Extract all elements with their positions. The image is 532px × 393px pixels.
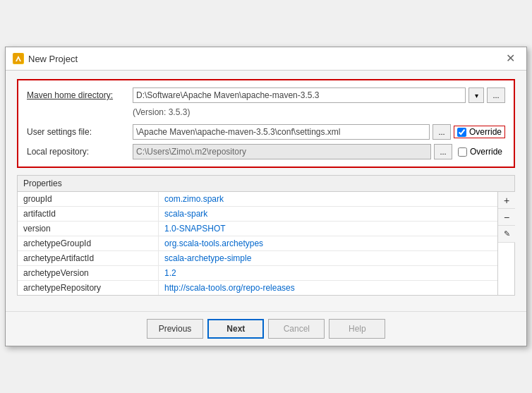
- prop-value: org.scala-tools.archetypes: [159, 236, 497, 250]
- prop-key: archetypeRepository: [18, 281, 159, 295]
- user-settings-override[interactable]: Override: [454, 126, 505, 138]
- user-settings-label: User settings file:: [27, 127, 133, 137]
- prop-key: archetypeVersion: [18, 266, 159, 280]
- table-row[interactable]: groupId com.zimo.spark: [18, 192, 497, 207]
- remove-property-btn[interactable]: −: [498, 209, 515, 226]
- svg-rect-0: [13, 54, 23, 64]
- prop-key: groupId: [18, 192, 159, 206]
- next-button[interactable]: Next: [207, 319, 264, 339]
- prop-value: http://scala-tools.org/repo-releases: [159, 281, 497, 295]
- new-project-dialog: New Project ✕ Maven home directory: ▾ ..…: [5, 47, 527, 346]
- properties-body: groupId com.zimo.spark artifactId scala-…: [18, 192, 514, 295]
- title-bar: New Project ✕: [6, 47, 526, 71]
- close-button[interactable]: ✕: [502, 52, 519, 66]
- properties-actions: + − ✎: [497, 192, 514, 295]
- dialog-content: Maven home directory: ▾ ... (Version: 3.…: [6, 71, 526, 311]
- dialog-title: New Project: [28, 54, 78, 64]
- prop-key: archetypeGroupId: [18, 236, 159, 250]
- local-repo-label: Local repository:: [27, 147, 133, 157]
- maven-home-label: Maven home directory:: [27, 90, 133, 100]
- local-repo-override-checkbox[interactable]: [458, 147, 467, 157]
- user-settings-input[interactable]: [133, 124, 430, 140]
- add-property-btn[interactable]: +: [498, 192, 515, 209]
- properties-section: Properties groupId com.zimo.spark artifa…: [17, 175, 515, 296]
- table-row[interactable]: archetypeRepository http://scala-tools.o…: [18, 281, 497, 295]
- table-row[interactable]: artifactId scala-spark: [18, 207, 497, 222]
- local-repo-input[interactable]: [133, 144, 431, 159]
- maven-config-section: Maven home directory: ▾ ... (Version: 3.…: [17, 79, 515, 168]
- table-row[interactable]: archetypeGroupId org.scala-tools.archety…: [18, 236, 497, 251]
- dialog-icon: [13, 53, 24, 64]
- maven-version-row: (Version: 3.5.3): [27, 107, 505, 120]
- cancel-button[interactable]: Cancel: [268, 319, 325, 339]
- prop-value: 1.0-SNAPSHOT: [159, 222, 497, 236]
- table-row[interactable]: version 1.0-SNAPSHOT: [18, 222, 497, 236]
- user-settings-row: User settings file: ... Override: [27, 124, 505, 140]
- properties-header: Properties: [18, 176, 514, 192]
- prop-value: 1.2: [159, 266, 497, 280]
- help-button[interactable]: Help: [329, 319, 385, 339]
- user-settings-override-checkbox[interactable]: [457, 128, 466, 137]
- previous-button[interactable]: Previous: [147, 319, 204, 339]
- local-repo-override-label: Override: [470, 147, 502, 157]
- local-repo-browse-btn[interactable]: ...: [434, 144, 452, 159]
- maven-home-dropdown[interactable]: ▾: [468, 87, 484, 103]
- user-settings-input-group: ... Override: [133, 124, 505, 140]
- maven-version-text: (Version: 3.5.3): [133, 107, 190, 117]
- local-repo-input-group: ... Override: [133, 144, 505, 159]
- dialog-footer: Previous Next Cancel Help: [6, 311, 526, 346]
- local-repo-row: Local repository: ... Override: [27, 144, 505, 159]
- prop-key: artifactId: [18, 207, 159, 221]
- maven-home-browse-btn[interactable]: ...: [487, 87, 505, 103]
- properties-table: groupId com.zimo.spark artifactId scala-…: [18, 192, 497, 295]
- prop-value: scala-archetype-simple: [159, 251, 497, 265]
- user-settings-override-label: Override: [469, 127, 502, 137]
- edit-property-btn[interactable]: ✎: [498, 226, 515, 243]
- user-settings-browse-btn[interactable]: ...: [433, 124, 451, 140]
- table-row[interactable]: archetypeVersion 1.2: [18, 266, 497, 281]
- prop-key: archetypeArtifactId: [18, 251, 159, 265]
- maven-home-input[interactable]: [133, 87, 466, 103]
- prop-value: com.zimo.spark: [159, 192, 497, 206]
- table-row[interactable]: archetypeArtifactId scala-archetype-simp…: [18, 251, 497, 266]
- local-repo-override[interactable]: Override: [455, 146, 505, 157]
- maven-home-input-group: ▾ ...: [133, 87, 505, 103]
- prop-key: version: [18, 222, 159, 236]
- maven-home-row: Maven home directory: ▾ ...: [27, 87, 505, 103]
- prop-value: scala-spark: [159, 207, 497, 221]
- title-bar-left: New Project: [13, 53, 78, 64]
